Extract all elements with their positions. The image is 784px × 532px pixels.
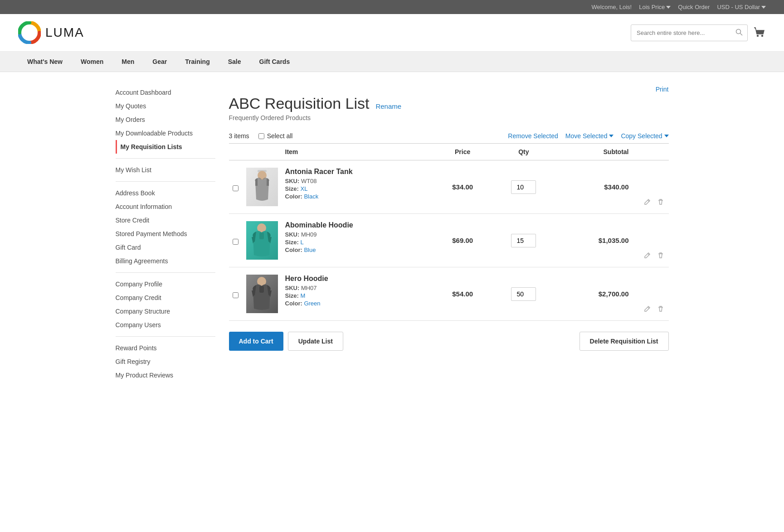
- nav-item-what's-new[interactable]: What's New: [18, 52, 72, 72]
- sidebar-item-my-quotes[interactable]: My Quotes: [116, 99, 215, 113]
- sidebar-item-company-users[interactable]: Company Users: [116, 318, 215, 332]
- sidebar-item-stored-payment-methods[interactable]: Stored Payment Methods: [116, 227, 215, 241]
- sidebar-item-gift-card[interactable]: Gift Card: [116, 241, 215, 254]
- copy-selected-dropdown[interactable]: Copy Selected: [621, 132, 668, 140]
- sidebar-item-my-downloadable-products[interactable]: My Downloadable Products: [116, 126, 215, 140]
- product-sku: SKU: WT08: [285, 178, 431, 184]
- qty-input[interactable]: [511, 180, 536, 194]
- sidebar-item-my-requisition-lists[interactable]: My Requisition Lists: [116, 140, 215, 154]
- sidebar-link[interactable]: Billing Agreements: [116, 254, 215, 268]
- nav-link[interactable]: Gift Cards: [250, 52, 299, 72]
- sidebar-link[interactable]: My Wish List: [116, 163, 215, 177]
- product-details: Hero Hoodie SKU: MH07 Size: M Color: Gre…: [285, 275, 431, 307]
- sidebar-item-store-credit[interactable]: Store Credit: [116, 213, 215, 227]
- sidebar-link[interactable]: Company Credit: [116, 291, 215, 305]
- user-dropdown[interactable]: Lois Price: [639, 4, 671, 10]
- search-button[interactable]: [731, 25, 747, 41]
- product-subtotal: $2,700.00: [599, 290, 629, 298]
- action-icons: [636, 305, 665, 315]
- select-all-checkbox[interactable]: [258, 133, 264, 139]
- print-link[interactable]: Print: [229, 86, 669, 93]
- add-to-cart-button[interactable]: Add to Cart: [229, 332, 283, 351]
- svg-point-4: [762, 35, 763, 36]
- rename-link[interactable]: Rename: [375, 102, 401, 110]
- edit-button[interactable]: [643, 305, 652, 315]
- nav-item-men[interactable]: Men: [112, 52, 143, 72]
- nav-link[interactable]: Training: [176, 52, 219, 72]
- nav-item-gear[interactable]: Gear: [143, 52, 176, 72]
- delete-button[interactable]: [656, 251, 665, 261]
- remove-selected-link[interactable]: Remove Selected: [508, 132, 558, 140]
- nav-link[interactable]: Gear: [143, 52, 176, 72]
- row-checkbox[interactable]: [233, 292, 239, 298]
- sidebar-link[interactable]: Gift Registry: [116, 355, 215, 368]
- sidebar-item-account-dashboard[interactable]: Account Dashboard: [116, 86, 215, 99]
- content-area: Print ABC Requisition List Rename Freque…: [229, 86, 669, 382]
- sidebar-item-billing-agreements[interactable]: Billing Agreements: [116, 254, 215, 268]
- row-checkbox-cell: [229, 214, 243, 267]
- update-list-button[interactable]: Update List: [288, 332, 343, 351]
- qty-input[interactable]: [511, 287, 536, 301]
- qty-input[interactable]: [511, 234, 536, 247]
- sidebar-item-my-orders[interactable]: My Orders: [116, 113, 215, 126]
- nav-item-training[interactable]: Training: [176, 52, 219, 72]
- sidebar-item-my-product-reviews[interactable]: My Product Reviews: [116, 368, 215, 382]
- move-selected-dropdown[interactable]: Move Selected: [565, 132, 614, 140]
- sidebar-link[interactable]: My Requisition Lists: [116, 140, 215, 154]
- quick-order-link[interactable]: Quick Order: [678, 4, 710, 10]
- sidebar-link[interactable]: Stored Payment Methods: [116, 227, 215, 241]
- sidebar-link[interactable]: Address Book: [116, 186, 215, 200]
- nav-item-sale[interactable]: Sale: [219, 52, 250, 72]
- sidebar-item-account-information[interactable]: Account Information: [116, 200, 215, 213]
- sidebar-link[interactable]: My Orders: [116, 113, 215, 126]
- sidebar-link[interactable]: Company Users: [116, 318, 215, 332]
- cart-icon[interactable]: [753, 26, 766, 40]
- delete-button[interactable]: [656, 198, 665, 208]
- sidebar-link[interactable]: My Product Reviews: [116, 368, 215, 382]
- nav-item-gift-cards[interactable]: Gift Cards: [250, 52, 299, 72]
- product-name: Antonia Racer Tank: [285, 168, 431, 176]
- sidebar-link[interactable]: Gift Card: [116, 241, 215, 254]
- product-actions-cell: [633, 214, 669, 267]
- sidebar-item-company-structure[interactable]: Company Structure: [116, 305, 215, 318]
- sidebar-item-reward-points[interactable]: Reward Points: [116, 341, 215, 355]
- sidebar-link[interactable]: Store Credit: [116, 213, 215, 227]
- page-title: ABC Requisition List: [229, 95, 370, 112]
- nav-link[interactable]: Men: [112, 52, 143, 72]
- svg-rect-8: [259, 232, 264, 239]
- page-title-wrap: ABC Requisition List Rename: [229, 95, 669, 112]
- sidebar-item-address-book[interactable]: Address Book: [116, 186, 215, 200]
- sidebar-link[interactable]: Account Information: [116, 200, 215, 213]
- sidebar-link[interactable]: Reward Points: [116, 341, 215, 355]
- header: LUMA: [0, 14, 784, 52]
- currency-dropdown[interactable]: USD - US Dollar: [717, 4, 766, 10]
- sidebar-item-company-credit[interactable]: Company Credit: [116, 291, 215, 305]
- table-row: Abominable Hoodie SKU: MH09 Size: L Colo…: [229, 214, 669, 267]
- sidebar-link[interactable]: Account Dashboard: [116, 86, 215, 99]
- sidebar-link[interactable]: Company Profile: [116, 277, 215, 291]
- sidebar-link[interactable]: My Downloadable Products: [116, 126, 215, 140]
- logo[interactable]: LUMA: [18, 21, 84, 44]
- row-checkbox[interactable]: [233, 239, 239, 245]
- delete-list-button[interactable]: Delete Requisition List: [579, 332, 669, 351]
- bottom-left: Add to Cart Update List: [229, 332, 343, 351]
- sidebar-item-company-profile[interactable]: Company Profile: [116, 277, 215, 291]
- nav-item-women[interactable]: Women: [72, 52, 112, 72]
- search-input[interactable]: [631, 26, 731, 40]
- sidebar-divider: [116, 336, 215, 337]
- nav-link[interactable]: Sale: [219, 52, 250, 72]
- sidebar-item-my-wish-list[interactable]: My Wish List: [116, 163, 215, 177]
- product-actions-cell: [633, 267, 669, 321]
- edit-button[interactable]: [643, 251, 652, 261]
- row-checkbox[interactable]: [233, 185, 239, 191]
- nav-link[interactable]: Women: [72, 52, 112, 72]
- sidebar-link[interactable]: My Quotes: [116, 99, 215, 113]
- delete-button[interactable]: [656, 305, 665, 315]
- product-price: $54.00: [452, 290, 473, 298]
- toolbar-left: 3 items Select all: [229, 132, 293, 140]
- product-image-cell: [243, 214, 282, 267]
- edit-button[interactable]: [643, 198, 652, 208]
- sidebar-link[interactable]: Company Structure: [116, 305, 215, 318]
- sidebar-item-gift-registry[interactable]: Gift Registry: [116, 355, 215, 368]
- nav-link[interactable]: What's New: [18, 52, 72, 72]
